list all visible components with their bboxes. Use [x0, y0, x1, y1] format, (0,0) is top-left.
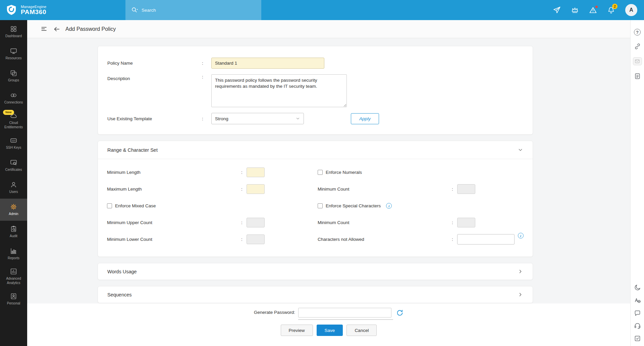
- preview-button[interactable]: Preview: [281, 325, 313, 336]
- generate-refresh-icon[interactable]: [396, 309, 404, 317]
- personal-icon: [10, 293, 17, 300]
- mail-icon[interactable]: [633, 57, 642, 65]
- min-upper-cell: Minimum Upper Count :: [107, 217, 318, 228]
- chat-icon[interactable]: [634, 309, 641, 317]
- apply-button[interactable]: Apply: [351, 113, 379, 124]
- max-length-label: Maximum Length: [107, 187, 241, 192]
- colon: :: [241, 187, 243, 192]
- template-select[interactable]: Strong: [211, 113, 304, 124]
- share-icon[interactable]: [553, 6, 561, 14]
- shield-logo-icon: [5, 4, 17, 16]
- range-section-header[interactable]: Range & Character Set: [98, 141, 533, 159]
- sidebar-item-groups[interactable]: Groups: [0, 65, 27, 87]
- policy-info-card: Policy Name : Description : This passwor…: [98, 46, 533, 135]
- min-length-input[interactable]: [247, 167, 265, 177]
- translate-icon[interactable]: [634, 297, 641, 304]
- notifications-bell-icon[interactable]: 2: [607, 6, 615, 14]
- chevron-right-icon: [518, 292, 523, 297]
- sidebar-item-resources[interactable]: Resources: [0, 43, 27, 65]
- user-avatar[interactable]: A: [625, 4, 637, 16]
- chevron-down-icon: [296, 116, 300, 121]
- colon: :: [241, 237, 243, 242]
- certificates-icon: [10, 159, 17, 166]
- sidebar-item-admin[interactable]: Admin: [0, 199, 27, 221]
- colon: :: [452, 187, 453, 192]
- max-length-input[interactable]: [247, 184, 265, 194]
- policy-name-label: Policy Name: [107, 61, 202, 66]
- chevron-down-icon: [518, 147, 523, 153]
- enforce-special-checkbox[interactable]: [318, 203, 323, 208]
- menu-icon[interactable]: [41, 25, 48, 33]
- min-upper-input[interactable]: [247, 218, 265, 227]
- sidebar-item-audit[interactable]: Audit: [0, 221, 27, 243]
- connections-icon: [10, 92, 17, 99]
- link-icon[interactable]: [634, 43, 641, 50]
- chars-not-allowed-input[interactable]: [457, 234, 515, 245]
- sidebar-item-cloud-entitlements[interactable]: New Cloud Entitlements: [0, 109, 27, 132]
- sequences-title: Sequences: [107, 292, 132, 297]
- sidebar-label: Groups: [8, 78, 19, 83]
- numerals-min-count-label: Minimum Count: [318, 187, 452, 192]
- words-usage-section[interactable]: Words Usage: [98, 263, 533, 280]
- generate-password-input[interactable]: [298, 308, 391, 318]
- page-header: Add Password Policy: [27, 20, 630, 38]
- sidebar-label: Connections: [4, 100, 23, 105]
- ssh-keys-icon: SSH: [10, 137, 17, 144]
- sidebar-label: SSH Keys: [6, 146, 21, 150]
- policy-name-input[interactable]: [211, 58, 324, 69]
- license-crown-icon[interactable]: [571, 6, 579, 14]
- feedback-icon[interactable]: [634, 335, 641, 342]
- sidebar-item-connections[interactable]: Connections: [0, 87, 27, 109]
- generate-password-row: Generate Password:: [254, 308, 404, 320]
- sidebar-label: Advanced Analytics: [1, 277, 26, 285]
- reports-icon: [10, 248, 17, 255]
- sidebar-label: Dashboard: [5, 34, 22, 39]
- enforce-special-label: Enforce Special Characters: [326, 203, 381, 208]
- resources-icon: [10, 48, 17, 55]
- special-info-icon[interactable]: i: [386, 203, 392, 209]
- cancel-button[interactable]: Cancel: [346, 325, 377, 336]
- search-input[interactable]: [142, 8, 256, 13]
- sidebar-item-reports[interactable]: Reports: [0, 243, 27, 265]
- sidebar-item-dashboard[interactable]: Dashboard: [0, 21, 27, 43]
- sidebar-label: Audit: [10, 234, 17, 238]
- special-min-count-input[interactable]: [457, 218, 475, 227]
- content-area: Policy Name : Description : This passwor…: [27, 38, 630, 303]
- main-area: Add Password Policy Policy Name : Descri…: [27, 20, 630, 346]
- enforce-special-cell: Enforce Special Characters i: [318, 201, 524, 211]
- alerts-icon[interactable]: [589, 6, 597, 14]
- brand-logo[interactable]: ManageEngine PAM360: [0, 4, 125, 16]
- password-strength-bar: [298, 319, 393, 320]
- sidebar-label: Reports: [8, 256, 19, 261]
- page-title: Add Password Policy: [65, 26, 116, 32]
- chars-not-allowed-info-icon[interactable]: i: [518, 233, 524, 238]
- numerals-min-count-input[interactable]: [457, 184, 475, 194]
- enforce-mixed-case-cell: Enforce Mixed Case: [107, 201, 318, 211]
- help-icon[interactable]: ?: [634, 29, 641, 36]
- min-length-cell: Minimum Length :: [107, 167, 318, 178]
- enforce-mixed-case-checkbox[interactable]: [107, 203, 112, 208]
- enforce-numerals-checkbox[interactable]: [318, 170, 323, 175]
- global-search: [125, 0, 261, 20]
- description-row: Description : This password policy follo…: [107, 74, 523, 107]
- analytics-icon: [10, 268, 17, 275]
- support-headset-icon[interactable]: [634, 322, 641, 329]
- search-icon[interactable]: [131, 6, 138, 14]
- numerals-min-count-cell: Minimum Count :: [318, 184, 524, 194]
- description-textarea[interactable]: This password policy follows the passwor…: [211, 74, 347, 107]
- back-arrow-icon[interactable]: [53, 25, 60, 33]
- sidebar-item-ssh-keys[interactable]: SSH SSH Keys: [0, 132, 27, 154]
- sidebar-item-certificates[interactable]: Certificates: [0, 154, 27, 177]
- svg-text:SSH: SSH: [12, 140, 16, 142]
- policy-name-row: Policy Name :: [107, 58, 523, 69]
- sidebar-item-users[interactable]: Users: [0, 177, 27, 199]
- dark-mode-moon-icon[interactable]: [634, 284, 641, 291]
- save-button[interactable]: Save: [317, 325, 343, 336]
- template-row: Use Existing Template : Strong Apply: [107, 113, 523, 124]
- notes-icon[interactable]: [634, 73, 641, 80]
- min-lower-input[interactable]: [247, 234, 265, 244]
- sidebar-item-personal[interactable]: Personal: [0, 288, 27, 310]
- sidebar-label: Personal: [7, 301, 20, 306]
- sequences-section[interactable]: Sequences: [98, 286, 533, 303]
- sidebar-item-advanced-analytics[interactable]: Advanced Analytics: [0, 265, 27, 288]
